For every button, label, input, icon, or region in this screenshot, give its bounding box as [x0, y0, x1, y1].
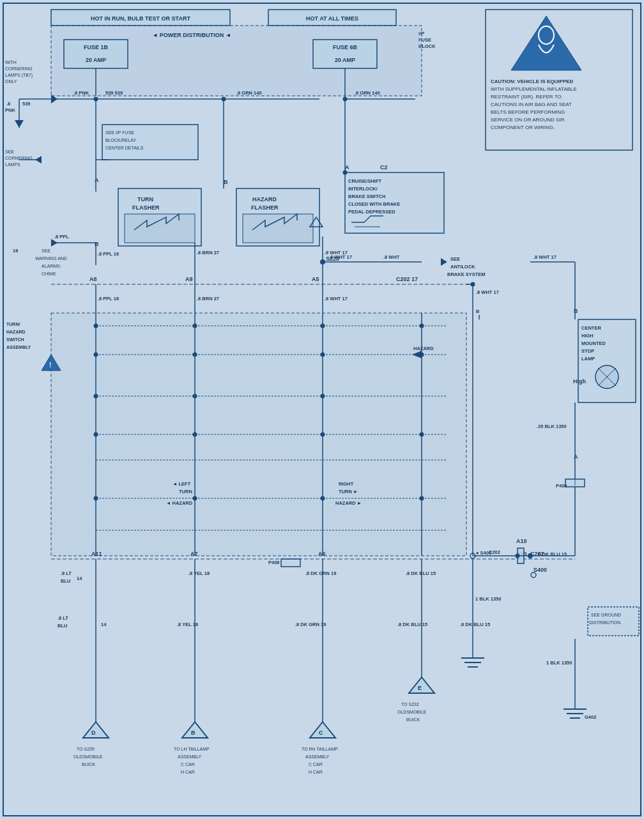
svg-text:CHIME: CHIME	[42, 272, 56, 276]
svg-text:C2: C2	[380, 164, 388, 171]
svg-text:PEDAL DEPRESSED: PEDAL DEPRESSED	[348, 209, 395, 215]
svg-text:SWITCH: SWITCH	[6, 337, 24, 342]
svg-text:14: 14	[101, 622, 107, 627]
svg-text:RESTRAINT (SIR). REFER TO: RESTRAINT (SIR). REFER TO	[491, 94, 562, 100]
svg-text:.8 DK BLU  15: .8 DK BLU 15	[397, 622, 427, 627]
svg-text:B: B	[191, 730, 195, 736]
svg-text:CENTER: CENTER	[581, 325, 601, 331]
svg-text:A: A	[345, 164, 349, 171]
svg-text:.8 WHT  17: .8 WHT 17	[329, 254, 352, 260]
svg-text:.8 LT: .8 LT	[57, 615, 68, 621]
svg-text:WARNING AND: WARNING AND	[35, 256, 67, 261]
svg-text:ASSEMBLY: ASSEMBLY	[6, 345, 31, 349]
svg-text:.8 BRN  27: .8 BRN 27	[197, 250, 219, 256]
svg-text:A6: A6	[318, 551, 326, 557]
svg-text:.35 BLK  1350: .35 BLK 1350	[537, 424, 567, 429]
svg-text:20 AMP: 20 AMP	[335, 57, 355, 63]
svg-text:SERVICE ON OR AROUND SIR: SERVICE ON OR AROUND SIR	[491, 117, 565, 123]
svg-text:.8 ORN  140: .8 ORN 140	[236, 90, 262, 96]
svg-text:TURN/: TURN/	[6, 322, 20, 326]
svg-text:.8 DK BLU  15: .8 DK BLU 15	[406, 570, 436, 576]
svg-rect-201	[281, 559, 300, 567]
svg-point-158	[193, 324, 197, 328]
svg-text:CAUTIONS IN AIR BAG AND SEAT: CAUTIONS IN AIR BAG AND SEAT	[491, 102, 572, 107]
svg-text:.8 WHT  17: .8 WHT 17	[476, 289, 499, 295]
svg-point-163	[321, 353, 325, 357]
svg-text:◄ POWER DISTRIBUTION ◄: ◄ POWER DISTRIBUTION ◄	[152, 32, 231, 38]
svg-text:TO S235: TO S235	[77, 747, 95, 751]
svg-text:G402: G402	[585, 714, 596, 720]
svg-text:.8 PPL: .8 PPL	[54, 234, 69, 240]
svg-text:S400: S400	[533, 567, 547, 573]
svg-text:HOT IN RUN, BULB TEST OR START: HOT IN RUN, BULB TEST OR START	[91, 15, 190, 22]
svg-text:LAMPS: LAMPS	[5, 162, 20, 167]
svg-text:20 AMP: 20 AMP	[86, 57, 106, 63]
svg-text:TO LH TAILLAMP: TO LH TAILLAMP	[174, 747, 210, 751]
svg-text:WITH: WITH	[5, 60, 17, 65]
svg-text:SEE: SEE	[450, 256, 460, 262]
svg-text:FUSE 6B: FUSE 6B	[333, 44, 358, 50]
svg-text:.8 DK GRN  19: .8 DK GRN 19	[305, 570, 336, 576]
svg-point-173	[193, 496, 197, 501]
svg-text:◄ LEFT: ◄ LEFT	[172, 481, 191, 487]
svg-text:INTERLOCK/: INTERLOCK/	[348, 186, 378, 192]
svg-text:ASSEMBLY: ASSEMBLY	[178, 754, 202, 759]
svg-text:C CAR: C CAR	[309, 762, 323, 767]
svg-text:A7: A7	[190, 551, 198, 557]
svg-text:.8 PNK: .8 PNK	[73, 90, 89, 96]
svg-text:C202  17: C202 17	[396, 276, 418, 282]
svg-text:H CAR: H CAR	[181, 770, 195, 774]
svg-text:DISTRIBUTION: DISTRIBUTION	[589, 620, 620, 625]
svg-text:B: B	[95, 241, 99, 247]
svg-text:ONLY: ONLY	[5, 79, 17, 84]
svg-text:ALARMS:: ALARMS:	[42, 264, 61, 268]
svg-point-171	[420, 432, 424, 437]
svg-text:P408: P408	[556, 483, 567, 489]
svg-text:PNK: PNK	[5, 107, 15, 113]
svg-text:HAZARD ►: HAZARD ►	[335, 500, 362, 506]
svg-text:HAZARD: HAZARD	[413, 346, 434, 351]
svg-point-170	[321, 432, 325, 437]
svg-text:.8 DK GRN  19: .8 DK GRN 19	[295, 622, 326, 627]
svg-text:A: A	[95, 177, 99, 183]
svg-point-258	[471, 282, 475, 287]
svg-text:ANTILOCK: ANTILOCK	[450, 264, 475, 270]
svg-text:C: C	[319, 730, 323, 736]
svg-text:.8 DK BLU  15: .8 DK BLU 15	[460, 622, 490, 627]
svg-point-157	[94, 324, 98, 328]
svg-text:BLU: BLU	[57, 623, 67, 629]
svg-text:CLOSED WITH BRAKE: CLOSED WITH BRAKE	[348, 201, 400, 207]
svg-text:MOUNTED: MOUNTED	[581, 341, 606, 346]
svg-text:A9: A9	[185, 276, 193, 282]
svg-text:.8 PPL  16: .8 PPL 16	[98, 251, 119, 257]
svg-text:CRUISE/SHIFT: CRUISE/SHIFT	[348, 178, 382, 184]
svg-point-160	[420, 324, 424, 328]
svg-text:BRAKE SWITCH: BRAKE SWITCH	[348, 194, 385, 199]
svg-text:A: A	[574, 454, 578, 460]
svg-text:STOP: STOP	[581, 348, 594, 354]
svg-point-168	[94, 432, 98, 437]
svg-text:.8 WHT  17: .8 WHT 17	[325, 296, 348, 302]
wiring-diagram: CAUTION: VEHICLE IS EQUIPPED WITH SUPPLE…	[0, 0, 644, 819]
svg-text:CORNERING: CORNERING	[5, 66, 33, 71]
svg-text:.8 BRN  27: .8 BRN 27	[197, 296, 219, 302]
svg-text:HIGH: HIGH	[581, 333, 594, 339]
svg-point-169	[193, 432, 197, 437]
svg-point-159	[321, 324, 325, 328]
svg-text:14: 14	[77, 576, 82, 581]
svg-text:BRAKE SYSTEM: BRAKE SYSTEM	[447, 272, 486, 277]
svg-text:539  539: 539 539	[105, 90, 123, 96]
svg-text:C CAR: C CAR	[181, 762, 195, 767]
svg-rect-188	[565, 479, 585, 487]
svg-text:COMPONENT OR WIRING.: COMPONENT OR WIRING.	[491, 125, 555, 130]
svg-text:CAUTION: VEHICLE IS EQUIPPED: CAUTION: VEHICLE IS EQUIPPED	[491, 79, 574, 84]
svg-text:CENTER DETAILS: CENTER DETAILS	[105, 146, 144, 150]
svg-text:1 BLK  1350: 1 BLK 1350	[546, 660, 572, 666]
svg-text:SEE GROUND: SEE GROUND	[591, 613, 621, 617]
svg-text:TURN: TURN	[179, 489, 192, 494]
svg-text:B: B	[574, 308, 578, 314]
svg-text:1 BLK  1350: 1 BLK 1350	[475, 596, 501, 602]
svg-text:HOT AT ALL TIMES: HOT AT ALL TIMES	[306, 15, 358, 22]
svg-text:P408: P408	[268, 560, 280, 565]
svg-text:B: B	[224, 179, 228, 185]
